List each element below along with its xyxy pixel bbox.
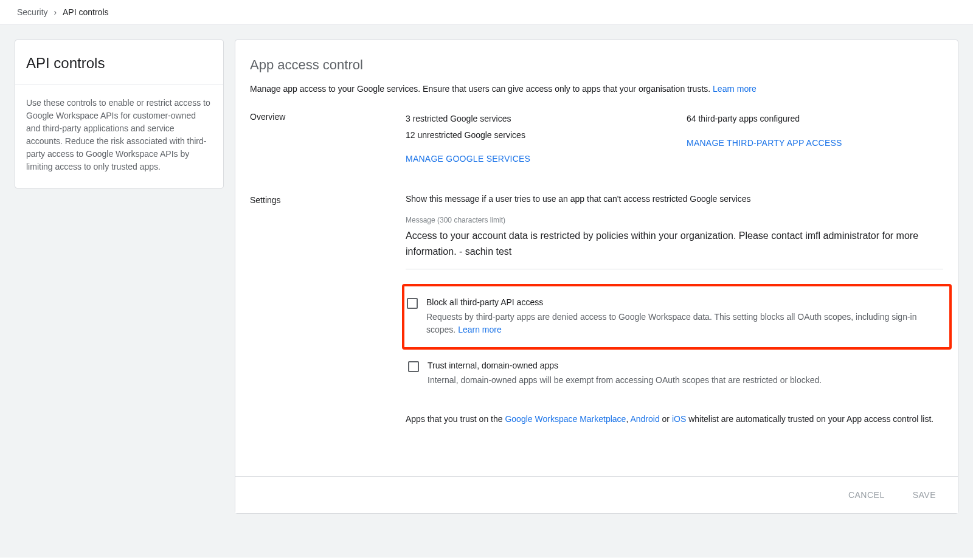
side-info-card: API controls Use these controls to enabl…	[15, 40, 224, 188]
unrestricted-services-count: 12 unrestricted Google services	[406, 127, 662, 143]
side-card-body: Use these controls to enable or restrict…	[15, 85, 223, 188]
learn-more-link[interactable]: Learn more	[713, 84, 757, 94]
breadcrumb-parent[interactable]: Security	[17, 7, 48, 17]
message-field-caption: Message (300 characters limit)	[406, 216, 943, 224]
settings-section: Settings Show this message if a user tri…	[250, 194, 943, 426]
trust-internal-checkbox[interactable]	[408, 361, 419, 372]
overview-thirdparty-col: 64 third-party apps configured MANAGE TH…	[687, 111, 943, 164]
marketplace-link[interactable]: Google Workspace Marketplace	[505, 414, 626, 424]
block-thirdparty-label: Block all third-party API access	[426, 297, 943, 307]
cancel-button[interactable]: CANCEL	[843, 486, 890, 503]
settings-intro: Show this message if a user tries to use…	[406, 194, 943, 204]
manage-google-services-link[interactable]: MANAGE GOOGLE SERVICES	[406, 154, 530, 164]
overview-label: Overview	[250, 111, 406, 122]
block-thirdparty-option: Block all third-party API access Request…	[402, 284, 952, 350]
footer-bar: CANCEL SAVE	[235, 476, 958, 513]
restricted-services-count: 3 restricted Google services	[406, 111, 662, 127]
overview-google-col: 3 restricted Google services 12 unrestri…	[406, 111, 662, 164]
save-button[interactable]: SAVE	[908, 486, 941, 503]
android-link[interactable]: Android	[630, 414, 659, 424]
breadcrumb-current: API controls	[63, 7, 108, 17]
trust-whitelist-note: Apps that you trust on the Google Worksp…	[406, 412, 943, 426]
side-card-header: API controls	[15, 40, 223, 85]
block-thirdparty-desc: Requests by third-party apps are denied …	[426, 311, 943, 336]
page-body: API controls Use these controls to enabl…	[0, 25, 973, 558]
trust-internal-option: Trust internal, domain-owned apps Intern…	[406, 353, 943, 395]
chevron-right-icon: ›	[54, 7, 57, 17]
side-card-title: API controls	[26, 55, 212, 72]
breadcrumb: Security › API controls	[0, 0, 973, 25]
page-description: Manage app access to your Google service…	[250, 84, 943, 94]
block-learn-more-link[interactable]: Learn more	[458, 325, 502, 334]
thirdparty-apps-count: 64 third-party apps configured	[687, 111, 943, 127]
main-card: App access control Manage app access to …	[235, 40, 958, 514]
trust-internal-desc: Internal, domain-owned apps will be exem…	[428, 374, 941, 387]
manage-thirdparty-access-link[interactable]: MANAGE THIRD-PARTY APP ACCESS	[687, 138, 842, 148]
ios-link[interactable]: iOS	[672, 414, 686, 424]
page-title: App access control	[250, 57, 943, 73]
message-field-value[interactable]: Access to your account data is restricte…	[406, 228, 943, 269]
block-thirdparty-checkbox[interactable]	[407, 298, 418, 309]
trust-internal-label: Trust internal, domain-owned apps	[428, 361, 941, 370]
overview-section: Overview 3 restricted Google services 12…	[250, 111, 943, 164]
settings-label: Settings	[250, 194, 406, 205]
